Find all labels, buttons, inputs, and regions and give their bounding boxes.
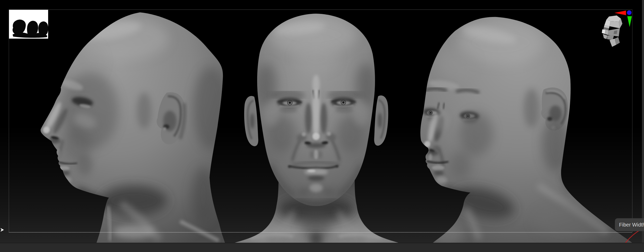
sculpted-head-front xyxy=(235,14,398,243)
canvas-frame-bottom xyxy=(9,232,632,232)
canvas-frame-left xyxy=(9,10,9,232)
bottom-bar xyxy=(0,243,644,252)
sculpted-head-left-profile xyxy=(41,12,229,243)
ear xyxy=(244,96,258,146)
sculpted-heads-render xyxy=(0,0,644,243)
sculpt-app-viewport: Fiber Width xyxy=(0,0,644,252)
preview-heads-silhouette-icon xyxy=(13,20,48,38)
canvas-frame-top xyxy=(9,10,632,10)
right-tray-edge xyxy=(642,0,644,243)
z-axis-dot-icon[interactable] xyxy=(627,10,632,15)
nose-highlight xyxy=(312,89,320,138)
tooltip: Fiber Width xyxy=(615,218,644,231)
arrow-right-icon xyxy=(0,228,4,232)
tooltip-label: Fiber Width xyxy=(619,222,644,228)
document-preview-thumbnail[interactable] xyxy=(9,10,48,39)
y-axis-arrow-icon[interactable] xyxy=(627,16,632,27)
polymesh-head-preview[interactable] xyxy=(600,14,624,49)
lowpoly-head-icon xyxy=(602,15,622,47)
sculpted-head-three-quarter xyxy=(420,17,632,243)
ear xyxy=(374,95,388,146)
sculpt-canvas[interactable] xyxy=(0,0,644,243)
canvas-frame-right xyxy=(632,10,632,232)
tray-toggle-arrow[interactable] xyxy=(0,227,6,233)
